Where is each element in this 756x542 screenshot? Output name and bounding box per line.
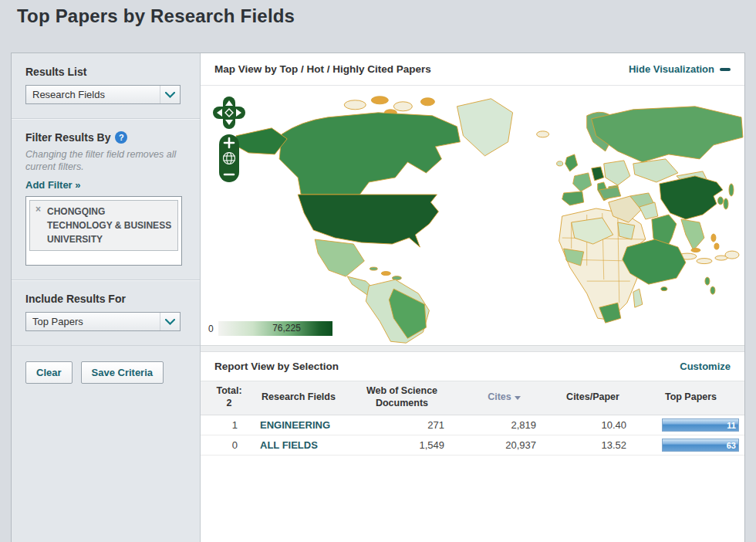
include-results-dropdown[interactable]: Top Papers: [25, 312, 181, 331]
content-panel: Results List Research Fields Filter Resu…: [11, 53, 745, 542]
row-rank: 0: [201, 439, 253, 451]
filter-listbox: × CHONGQING TECHNOLOGY & BUSINESS UNIVER…: [25, 196, 182, 266]
map-view-title: Map View by Top / Hot / Highly Cited Pap…: [214, 63, 431, 75]
help-icon[interactable]: ?: [115, 131, 127, 144]
map-controls: [213, 97, 245, 182]
results-list-dropdown[interactable]: Research Fields: [25, 85, 181, 104]
filter-heading: Filter Results By: [25, 131, 110, 144]
research-field-link[interactable]: ALL FIELDS: [253, 439, 344, 451]
wos-documents-value: 271: [344, 419, 460, 431]
add-filter-link[interactable]: Add Filter »: [25, 179, 186, 191]
clear-button[interactable]: Clear: [25, 361, 73, 384]
total-header: Total: 2: [201, 385, 253, 409]
map-header: Map View by Top / Hot / Highly Cited Pap…: [201, 53, 744, 86]
table-row: 0 ALL FIELDS 1,549 20,937 13.52 63: [201, 435, 744, 456]
legend-gradient-bar: 76,225: [218, 321, 332, 336]
section-divider: [201, 345, 744, 352]
world-choropleth-map[interactable]: [201, 86, 744, 345]
filter-chip[interactable]: × CHONGQING TECHNOLOGY & BUSINESS UNIVER…: [29, 200, 178, 251]
row-rank: 1: [201, 419, 253, 431]
map-region: 0 76,225: [201, 86, 744, 345]
minus-icon: [720, 68, 731, 71]
wos-documents-value: 1,549: [344, 439, 460, 451]
column-wos-documents[interactable]: Web of Science Documents: [344, 385, 460, 409]
top-papers-bar: 63: [662, 439, 739, 452]
save-criteria-button[interactable]: Save Criteria: [81, 361, 164, 384]
column-top-papers[interactable]: Top Papers: [637, 385, 744, 404]
customize-link[interactable]: Customize: [680, 361, 731, 372]
cites-per-paper-value: 10.40: [548, 419, 637, 431]
include-results-heading: Include Results For: [25, 293, 186, 305]
sidebar-actions: Clear Save Criteria: [12, 345, 200, 399]
map-pan-control[interactable]: [213, 97, 245, 129]
column-cites-per-paper[interactable]: Cites/Paper: [548, 385, 637, 404]
page-title: Top Papers by Research Fields: [17, 5, 756, 27]
hide-visualization-link[interactable]: Hide Visualization: [629, 63, 731, 75]
cites-value: 2,819: [460, 419, 548, 431]
map-zoom-control[interactable]: [219, 134, 239, 182]
top-papers-bar: 11: [662, 418, 739, 432]
table-row: 1 ENGINEERING 271 2,819 10.40 11: [201, 415, 744, 435]
cites-value: 20,937: [460, 439, 548, 451]
results-list-selected-value: Research Fields: [26, 86, 105, 103]
report-header: Report View by Selection Customize: [201, 352, 744, 381]
research-field-link[interactable]: ENGINEERING: [253, 419, 344, 431]
column-cites[interactable]: Cites: [460, 385, 548, 404]
table-header-row: Total: 2 Research Fields Web of Science …: [201, 381, 744, 415]
chevron-down-icon: [160, 86, 180, 103]
legend-min-value: 0: [208, 324, 214, 334]
remove-filter-icon[interactable]: ×: [35, 204, 41, 215]
page-header: Top Papers by Research Fields: [0, 0, 756, 27]
results-list-heading: Results List: [25, 66, 186, 78]
legend-max-value: 76,225: [272, 323, 301, 334]
empty-area: [201, 456, 744, 542]
main-area: Map View by Top / Hot / Highly Cited Pap…: [201, 53, 744, 542]
include-results-selected-value: Top Papers: [26, 313, 83, 330]
include-results-section: Include Results For Top Papers: [12, 279, 200, 345]
chevron-down-icon: [160, 313, 180, 330]
sort-arrow-icon: [515, 396, 521, 400]
cites-per-paper-value: 13.52: [548, 439, 637, 451]
filter-section: Filter Results By ? Changing the filter …: [12, 118, 200, 279]
column-research-fields[interactable]: Research Fields: [253, 385, 344, 404]
results-list-section: Results List Research Fields: [12, 53, 200, 118]
report-view-title: Report View by Selection: [214, 361, 339, 372]
sidebar: Results List Research Fields Filter Resu…: [12, 53, 201, 542]
map-legend: 0 76,225: [208, 321, 332, 336]
filter-note: Changing the filter field removes all cu…: [25, 149, 186, 173]
filter-chip-label: CHONGQING TECHNOLOGY & BUSINESS UNIVERSI…: [47, 206, 171, 245]
